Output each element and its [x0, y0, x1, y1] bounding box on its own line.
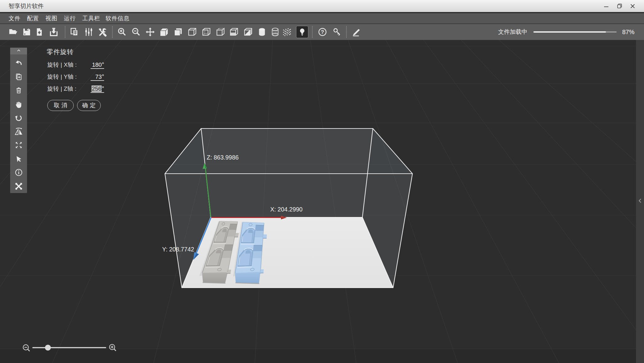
toolbar-button-view-half-cube[interactable]	[243, 27, 253, 37]
confirm-button[interactable]: 确定	[77, 100, 101, 111]
axis-label-x: X: 204.2990	[270, 206, 302, 213]
toolbar-button-license-key[interactable]	[332, 27, 342, 37]
open-file-icon	[8, 27, 18, 37]
rotation-unit-y: °	[102, 73, 104, 81]
toolbar-separator	[346, 26, 347, 38]
fit-view-icon	[15, 141, 23, 150]
toolbar-button-view-point-cloud[interactable]	[282, 27, 292, 37]
adjust-params-icon	[84, 27, 94, 37]
side-button-mirror-part[interactable]	[10, 125, 27, 139]
side-button-select-part[interactable]	[10, 153, 27, 167]
save-icon	[22, 27, 31, 37]
toolbar-button-open-file[interactable]	[8, 27, 18, 37]
side-button-rotate-view[interactable]	[10, 112, 27, 125]
view-wire-cylinder-icon	[270, 27, 280, 37]
toolbar-button-view-solid-cube[interactable]	[159, 27, 169, 37]
part-rotation-panel: 零件旋转 旋转 | X轴 :180°旋转 | Y轴 :73°旋转 | Z轴 :2…	[47, 48, 74, 56]
model-repair-icon	[14, 182, 23, 192]
toolbar-button-copy-plate[interactable]	[69, 27, 80, 37]
toolbar-button-zoom-in[interactable]	[117, 27, 127, 37]
annotate-pen-icon	[352, 27, 361, 37]
menu-item-config[interactable]: 配置	[27, 13, 39, 24]
rotation-input-y[interactable]: 73°	[91, 73, 104, 81]
toolbar-button-toggle-light[interactable]	[296, 26, 308, 38]
main-toolbar: ? 文件加载中 87%	[0, 24, 644, 40]
rotation-unit-x: °	[102, 61, 104, 69]
zoom-in-icon	[117, 27, 127, 37]
progress-label: 文件加载中	[498, 24, 527, 40]
view-wire-cube-icon	[187, 27, 197, 37]
rotation-value-z: 256	[92, 85, 102, 92]
toolbar-button-move[interactable]	[145, 27, 155, 37]
rotation-input-z[interactable]: 256°	[91, 85, 104, 93]
toolbar-button-view-dashed-cube[interactable]	[215, 27, 226, 37]
zoom-slider-handle[interactable]	[45, 345, 51, 350]
toolbar-button-annotate-pen[interactable]	[351, 27, 362, 37]
minimize-button[interactable]	[600, 0, 612, 12]
repair-tools-icon	[97, 27, 107, 37]
collapse-left-chevron-icon[interactable]	[638, 198, 642, 203]
select-part-icon	[15, 155, 23, 164]
toolbar-button-repair-tools[interactable]	[97, 27, 107, 37]
side-button-model-repair[interactable]	[10, 180, 27, 194]
export-file-icon	[49, 27, 59, 37]
menu-item-view[interactable]: 视图	[45, 13, 57, 24]
toolbar-button-view-hidden-edges[interactable]	[201, 27, 212, 37]
rotation-value-y: 73	[95, 73, 102, 80]
rotation-label-x: 旋转 | X轴 :	[47, 61, 77, 69]
zoom-control	[18, 339, 147, 357]
title-bar: 智享切片软件	[0, 0, 644, 13]
rotation-row-z: 旋转 | Z轴 :256°	[47, 85, 76, 93]
close-button[interactable]	[627, 0, 638, 12]
view-dashed-cube-icon	[216, 27, 225, 37]
toolbar-button-view-cylinder[interactable]	[257, 27, 267, 37]
axis-label-z: Z: 863.9986	[207, 154, 239, 161]
viewport-3d[interactable]: Z: 863.9986 X: 204.2990 Y: 208.7742	[0, 0, 644, 363]
side-toolbar-collapse-button[interactable]	[10, 48, 27, 54]
toolbar-button-view-wire-cube[interactable]	[187, 27, 197, 37]
view-hidden-edges-icon	[201, 27, 211, 37]
toolbar-button-adjust-params[interactable]	[84, 27, 94, 37]
import-file-icon	[35, 27, 44, 37]
toolbar-button-import-file[interactable]	[34, 27, 45, 37]
menu-item-run[interactable]: 运行	[64, 13, 76, 24]
menu-item-toolbar[interactable]: 工具栏	[82, 13, 100, 24]
toolbar-separator	[112, 26, 113, 38]
rotation-input-x[interactable]: 180°	[91, 61, 104, 69]
menu-item-file[interactable]: 文件	[9, 13, 21, 24]
toolbar-button-export-file[interactable]	[49, 27, 59, 37]
toolbar-button-zoom-out[interactable]	[131, 27, 141, 37]
close-icon	[630, 4, 635, 8]
cancel-button[interactable]: 取消	[47, 100, 74, 111]
move-icon	[145, 27, 155, 37]
side-button-delete-part[interactable]	[10, 84, 27, 98]
view-half-cube-icon	[243, 27, 253, 37]
view-cylinder-icon	[257, 27, 267, 37]
panel-title: 零件旋转	[47, 48, 74, 56]
progress-percent: 87%	[622, 24, 634, 40]
copy-plate-icon	[69, 27, 79, 37]
zoom-out-lens-icon[interactable]	[23, 345, 29, 351]
side-button-part-info[interactable]	[10, 166, 27, 180]
menu-item-software-info[interactable]: 软件信息	[106, 13, 130, 24]
view-point-cloud-icon	[282, 27, 292, 37]
side-toolbar-buttons	[10, 54, 27, 194]
side-button-add-part[interactable]	[10, 71, 27, 85]
rotation-label-y: 旋转 | Y轴 :	[47, 73, 77, 81]
minimize-icon	[604, 4, 608, 8]
restore-button[interactable]	[614, 0, 625, 12]
view-solid-cube-icon	[159, 27, 169, 37]
zoom-in-lens-icon[interactable]	[109, 344, 116, 351]
rotate-view-icon	[14, 113, 23, 123]
toggle-light-icon	[298, 27, 307, 37]
side-button-fit-view[interactable]	[10, 139, 27, 153]
side-toolbar	[10, 48, 27, 193]
toolbar-button-save[interactable]	[21, 27, 32, 37]
toolbar-button-view-open-cube[interactable]	[229, 27, 239, 37]
toolbar-button-view-wire-cylinder[interactable]	[270, 27, 280, 37]
toolbar-button-view-back-face[interactable]	[173, 27, 183, 37]
help-icon: ?	[318, 27, 327, 37]
side-button-pan-view[interactable]	[10, 98, 27, 112]
toolbar-button-help[interactable]: ?	[317, 27, 328, 37]
side-button-undo[interactable]	[10, 57, 27, 71]
